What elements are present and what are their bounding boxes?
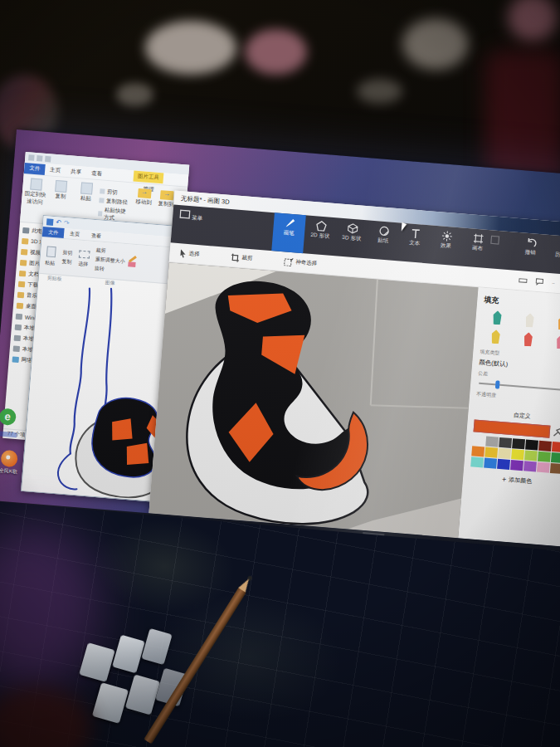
- copy-path-button[interactable]: 复制路径: [100, 197, 132, 207]
- redo-icon[interactable]: ↷: [64, 219, 70, 227]
- wall-sticker: [508, 0, 558, 42]
- palette-swatch[interactable]: [550, 463, 560, 474]
- palette-swatch[interactable]: [485, 447, 498, 458]
- palette-swatch[interactable]: [471, 446, 485, 456]
- photo-of-laptop: 文件 主页 共享 查看 图片工具 管理 固定到快速访问 复制 粘贴 剪切 复制路…: [0, 0, 560, 747]
- palette-swatch[interactable]: [470, 456, 484, 467]
- tolerance-slider[interactable]: [479, 383, 560, 392]
- palette-swatch[interactable]: [525, 439, 538, 450]
- tool-2d-shapes[interactable]: 2D 形状: [303, 215, 338, 256]
- tool-stickers[interactable]: 贴纸: [366, 220, 401, 261]
- select-button[interactable]: 选择: [176, 248, 203, 259]
- nav-item-icon: [14, 335, 22, 342]
- wall-sticker: [145, 21, 236, 75]
- tool-effects[interactable]: 效果: [429, 225, 464, 266]
- nav-item-icon: [20, 260, 27, 266]
- paint-paste-button[interactable]: 粘贴: [41, 239, 60, 272]
- paint-tab-home[interactable]: 主页: [64, 228, 86, 240]
- effects-icon: [441, 230, 452, 242]
- paint-crop-button[interactable]: 裁剪: [95, 247, 126, 256]
- brush-picker: [480, 310, 560, 350]
- selection-icon: [78, 250, 90, 258]
- palette-swatch[interactable]: [511, 449, 524, 460]
- brush-option-icon[interactable]: [523, 332, 534, 347]
- nav-item-icon: [17, 292, 25, 299]
- palette-swatch[interactable]: [552, 442, 560, 452]
- add-color-button[interactable]: +添加颜色: [470, 472, 560, 488]
- paint3d-window: 无标题* - 画图 3D 菜单 画笔 2D 形状 3D 形状: [149, 191, 560, 547]
- palette-swatch[interactable]: [510, 460, 523, 471]
- nav-item-icon: [15, 325, 22, 331]
- copy-to-folder-icon: [160, 190, 174, 200]
- undo-icon[interactable]: ↶: [56, 218, 61, 227]
- palette-swatch[interactable]: [538, 452, 551, 462]
- mouse-cursor: [402, 222, 407, 232]
- explorer-tab-home[interactable]: 主页: [45, 164, 66, 177]
- nav-item-icon: [22, 227, 30, 234]
- current-color-swatch[interactable]: [474, 419, 551, 437]
- history-button[interactable]: 历史记录: [548, 235, 560, 261]
- brush-option-icon[interactable]: [489, 330, 501, 344]
- tool-brushes[interactable]: 画笔: [271, 212, 306, 253]
- paint3d-canvas[interactable]: [149, 262, 478, 538]
- brush-option-icon[interactable]: [555, 334, 560, 349]
- save-icon[interactable]: [46, 218, 54, 226]
- magic-select-button[interactable]: 神奇选择: [280, 257, 321, 269]
- menu-folder-icon: [179, 209, 191, 219]
- zoom-out-icon[interactable]: −: [552, 280, 555, 286]
- tool-3d-library[interactable]: [479, 229, 511, 247]
- explorer-tab-file[interactable]: 文件: [24, 163, 46, 175]
- move-to-folder-icon: [137, 188, 151, 198]
- brush-option-icon[interactable]: [523, 313, 535, 328]
- pin-icon: [30, 178, 42, 191]
- cut-button[interactable]: 剪切: [100, 188, 132, 198]
- palette-swatch[interactable]: [551, 452, 560, 463]
- tool-3d-shapes[interactable]: 3D 形状: [334, 217, 369, 258]
- palette-swatch[interactable]: [537, 462, 550, 473]
- desktop-icon-kge[interactable]: 全民K歌: [0, 449, 24, 476]
- ruler-icon[interactable]: [519, 278, 527, 283]
- wall-sticker: [402, 18, 469, 70]
- palette-swatch[interactable]: [512, 438, 525, 449]
- menu-button[interactable]: 菜单: [171, 204, 211, 245]
- palette-swatch[interactable]: [485, 437, 499, 447]
- brush-option-icon[interactable]: [557, 315, 560, 330]
- 3d-library-icon: [489, 234, 500, 246]
- paint-cut-button[interactable]: 剪切: [62, 248, 73, 256]
- color-palette: [470, 435, 560, 474]
- palette-swatch[interactable]: [524, 450, 538, 461]
- paint-rotate-button[interactable]: 旋转: [95, 265, 125, 275]
- paint-tab-view[interactable]: 查看: [85, 230, 108, 242]
- eraser-tool-icon[interactable]: [128, 261, 135, 267]
- qat-icon: [37, 155, 43, 162]
- palette-swatch[interactable]: [523, 461, 537, 471]
- nav-item-icon: [13, 346, 21, 353]
- comment-icon[interactable]: [535, 278, 544, 286]
- plus-icon: +: [502, 475, 507, 483]
- explorer-tab-view[interactable]: 查看: [86, 168, 108, 180]
- green-e-browser-icon: e: [0, 408, 17, 426]
- brush-option-icon[interactable]: [491, 310, 503, 325]
- crop-button[interactable]: 裁剪: [227, 252, 256, 263]
- paint-copy-button[interactable]: 复制: [61, 257, 72, 266]
- palette-swatch[interactable]: [498, 448, 511, 459]
- explorer-tab-share[interactable]: 共享: [66, 166, 87, 178]
- explorer-tab-picture-tools[interactable]: 图片工具: [133, 171, 163, 184]
- crop-icon: [231, 253, 240, 262]
- palette-swatch[interactable]: [484, 458, 497, 469]
- palette-swatch[interactable]: [497, 459, 510, 470]
- palette-swatch[interactable]: [472, 435, 485, 446]
- magic-select-icon: [284, 257, 294, 266]
- paint-tab-file[interactable]: 文件: [42, 227, 65, 238]
- 3d-shapes-icon: [347, 222, 358, 234]
- undo-button[interactable]: 撤销: [514, 232, 548, 258]
- nav-item-icon: [17, 303, 24, 310]
- tolerance-slider-thumb[interactable]: [495, 380, 500, 388]
- eyedropper-icon[interactable]: [553, 427, 560, 437]
- paint-resize-button[interactable]: 重新调整大小: [95, 256, 125, 266]
- palette-swatch[interactable]: [499, 437, 512, 448]
- palette-swatch[interactable]: [538, 441, 552, 452]
- paint-select-button[interactable]: 选择: [74, 242, 93, 275]
- opacity-label: 不透明度: [476, 390, 560, 405]
- desktop-icon-browser[interactable]: e: [0, 408, 22, 442]
